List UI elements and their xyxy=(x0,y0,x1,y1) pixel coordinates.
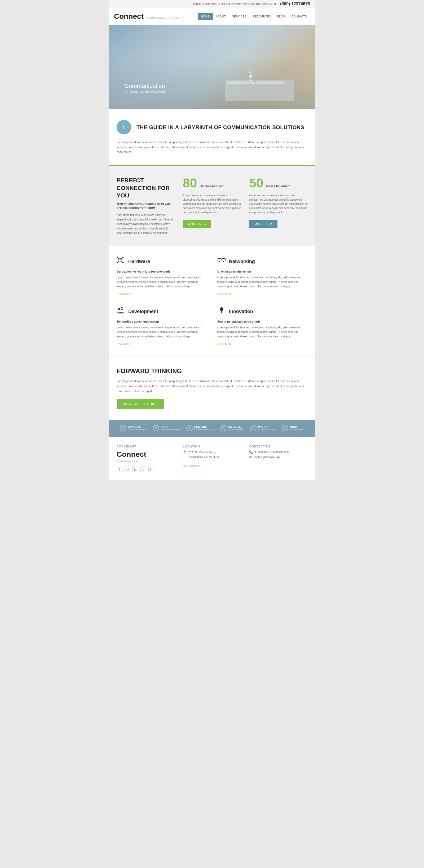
freephone-text: Freephone: +1 800 559 6580 xyxy=(255,451,289,453)
development-icon xyxy=(117,306,125,317)
logo-text: Connect xyxy=(114,12,144,21)
innovation-header: Innovation xyxy=(217,306,307,317)
logo[interactable]: Connect COMMUNICATION COMPANY xyxy=(114,12,185,21)
partner-comfort-name: COMFORT xyxy=(194,426,213,429)
development-title: Development xyxy=(128,309,158,314)
stat1-text: At vero eos et accusamus et iusto odio d… xyxy=(183,193,241,215)
partner-canbree: ◎ CANBREE Dolore sint occaeca xyxy=(120,425,146,431)
partner-comfort-desc: Excepteur sint decat xyxy=(194,429,213,431)
stats-grid: PERFECT CONNECTION FOR YOU TEMPORIBUS AU… xyxy=(117,177,307,235)
social-linkedin[interactable]: in xyxy=(148,467,154,472)
stats-left-text: Nam libero tempore, cum soluta nobis est… xyxy=(117,213,175,235)
innovation-icon xyxy=(217,306,226,317)
view-case-studies-button[interactable]: View Case Studies xyxy=(117,399,164,409)
partner-dorel-name: DOREL xyxy=(290,426,304,429)
contact-freephone: 📞 Freephone: +1 800 559 6580 xyxy=(249,450,307,454)
stat1-number: 80 xyxy=(183,177,197,189)
svg-point-1 xyxy=(119,259,120,260)
networking-icon xyxy=(217,256,226,267)
footer-location-col: LOCATION 📍 7870 St. Vincent Place, Los A… xyxy=(183,445,241,472)
social-rss[interactable] xyxy=(133,467,138,472)
innovation-subtitle: Sed ut perspiciatis unde omnis xyxy=(217,320,307,323)
stat1-label: Dolore sed ipsum xyxy=(200,184,224,188)
service-hardware: Hardware Quis autem vel eum iure reprehe… xyxy=(117,256,207,296)
hardware-icon xyxy=(117,256,125,267)
networking-header: Networking xyxy=(217,256,307,267)
social-facebook[interactable]: f xyxy=(117,467,122,472)
hardware-read-more[interactable]: Read More xyxy=(117,292,131,296)
social-google[interactable]: g+ xyxy=(124,467,131,472)
hero-subtitle: for sustained development xyxy=(124,89,165,93)
svg-rect-10 xyxy=(218,258,221,261)
forward-section: FORWARD THINKING Lorem ipsum dolor sit a… xyxy=(109,356,315,420)
partner-comfort: ◎ COMFORT Excepteur sint decat xyxy=(186,425,213,431)
partner-pure-name: PURE xyxy=(161,426,180,429)
nav-blog[interactable]: BLOG xyxy=(274,13,288,20)
partner-burgess: ◎ BURGESS Eint occaeament xyxy=(220,425,244,431)
svg-point-15 xyxy=(121,308,123,310)
footer-contact-label: CONTACT US xyxy=(249,445,307,448)
partner-canbree-name: CANBREE xyxy=(128,426,146,429)
partner-pure-icon: ◎ xyxy=(153,425,159,431)
svg-rect-18 xyxy=(221,313,222,313)
networking-read-more[interactable]: Read More xyxy=(217,292,232,296)
development-header: Development xyxy=(117,306,207,317)
hardware-title: Hardware xyxy=(128,259,150,265)
networking-text: Lorem ipsum dolor sit amet, consectetur … xyxy=(217,275,307,289)
social-icons: f g+ p in xyxy=(117,467,175,472)
partner-wintex: ◎ WINTEX Excepteur occacat xyxy=(250,425,276,431)
partner-dorel-icon: ◎ xyxy=(282,425,288,431)
development-read-more[interactable]: Read More xyxy=(117,342,131,346)
phone-number: (800) 12374675 xyxy=(280,2,310,6)
partner-burgess-icon: ◎ xyxy=(220,425,226,431)
service-development: Development Temporibus autem quibusdam L… xyxy=(117,306,207,346)
social-pinterest[interactable]: p xyxy=(140,467,146,472)
service-innovation: Innovation Sed ut perspiciatis unde omni… xyxy=(217,306,307,346)
nav-services[interactable]: SERVICES xyxy=(229,13,250,20)
guide-header: ! THE GUIDE IN A LABYRINTH OF COMMUNICAT… xyxy=(117,120,307,134)
nav-contacts[interactable]: CONTACTS xyxy=(288,13,310,20)
stats-left-title: PERFECT CONNECTION FOR YOU xyxy=(117,177,175,199)
networking-title: Networking xyxy=(229,259,255,265)
svg-point-17 xyxy=(220,307,223,311)
partner-burgess-name: BURGESS xyxy=(228,426,244,429)
development-subtitle: Temporibus autem quibusdam xyxy=(117,320,207,323)
stat1-more-info-button[interactable]: More Info xyxy=(183,220,211,228)
footer-address: 7870 St. Vincent Place, Los Angeles, DC … xyxy=(189,450,220,459)
svg-point-20 xyxy=(134,470,135,470)
services-section: Hardware Quis autem vel eum iure reprehe… xyxy=(109,246,315,356)
svg-point-8 xyxy=(117,262,118,263)
hero-title: Communication xyxy=(124,83,165,89)
guide-section: ! THE GUIDE IN A LABYRINTH OF COMMUNICAT… xyxy=(109,109,315,165)
contact-email: ✉ contact@demoink.org xyxy=(249,456,307,459)
svg-point-7 xyxy=(122,262,124,263)
svg-point-16 xyxy=(118,308,120,310)
stat2-header: 50 Massa laoreetum xyxy=(249,177,307,189)
logo-tagline: COMMUNICATION COMPANY xyxy=(146,17,185,19)
header: Connect COMMUNICATION COMPANY HOME ABOUT… xyxy=(109,8,315,25)
services-grid: Hardware Quis autem vel eum iure reprehe… xyxy=(117,256,307,346)
get-directions-button[interactable]: Get Directions xyxy=(183,464,200,467)
guide-icon: ! xyxy=(117,120,131,134)
forward-text: Lorem ipsum dolor sit amet, consectetur … xyxy=(117,379,307,394)
nav-home[interactable]: HOME xyxy=(198,13,213,20)
partner-canbree-icon: ◎ xyxy=(120,425,126,431)
innovation-read-more[interactable]: Read More xyxy=(217,342,232,346)
service-networking: Networking Ut enim ad minim veniam Lorem… xyxy=(217,256,307,296)
footer-copyright-label: COPYRIGHT xyxy=(117,445,175,448)
nav-resources[interactable]: RESOURCES xyxy=(250,13,274,20)
partner-pure-desc: Excepteur siccaecat xyxy=(161,429,180,431)
partner-comfort-icon: ◎ xyxy=(186,425,193,431)
partners-bar: ◎ CANBREE Dolore sint occaeca ◎ PURE Exc… xyxy=(109,420,315,437)
partner-pure: ◎ PURE Excepteur siccaecat xyxy=(153,425,180,431)
guide-text: Lorem ipsum dolor sit amet, consectetur … xyxy=(117,140,307,155)
svg-rect-19 xyxy=(221,314,223,314)
phone-icon: 📞 xyxy=(249,450,253,454)
svg-point-6 xyxy=(122,257,124,258)
stat2-more-info-button[interactable]: More Info xyxy=(249,220,278,228)
nav-about[interactable]: ABOUT xyxy=(213,13,229,20)
stat2-text: At vero eos et accusamus et iusto odio d… xyxy=(249,193,307,215)
navigation: HOME ABOUT SERVICES RESOURCES BLOG CONTA… xyxy=(198,13,310,20)
stats-left-subtitle: TEMPORIBUS AUTEM QUIBUSDAM ET AUT OFFICI… xyxy=(117,202,175,210)
stat1-header: 80 Dolore sed ipsum xyxy=(183,177,241,189)
